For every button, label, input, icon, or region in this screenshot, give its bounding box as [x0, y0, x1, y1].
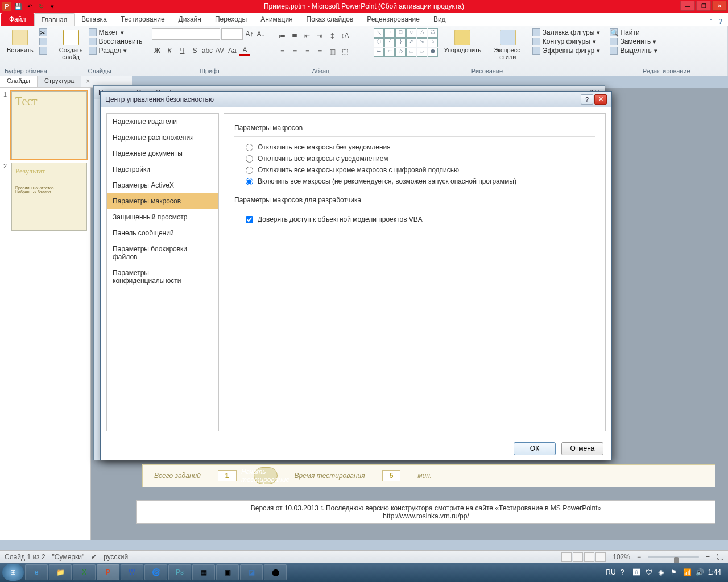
thumbnail-2[interactable]: 2 Результат Правильных ответов Набранных…	[3, 163, 87, 231]
thumbnail-1[interactable]: 1 Тест	[3, 91, 87, 159]
justify-icon[interactable]: ≡	[315, 47, 325, 57]
shapes-gallery[interactable]: ＼→□○△⬠ ⬡{}↗↘☆ ⬰⬳◇▭▱⬟	[374, 28, 438, 57]
shrink-font-icon[interactable]: A↓	[255, 29, 266, 39]
nav-addins[interactable]: Надстройки	[107, 161, 218, 177]
start-test-button[interactable]: Начать тестирование	[254, 467, 278, 484]
tab-home[interactable]: Главная	[34, 13, 75, 26]
checkbox-trust-vba[interactable]: Доверять доступ к объектной модели проек…	[234, 214, 595, 225]
shadow-icon[interactable]: S	[189, 45, 200, 56]
nav-privacy[interactable]: Параметры конфиденциальности	[107, 265, 218, 289]
cut-icon[interactable]: ✂	[39, 28, 47, 36]
italic-icon[interactable]: К	[164, 45, 175, 56]
close-button[interactable]: ✕	[712, 1, 727, 11]
nav-protected-view[interactable]: Защищенный просмотр	[107, 209, 218, 225]
copy-icon[interactable]	[39, 38, 47, 45]
paste-button[interactable]: Вставить	[5, 28, 36, 55]
new-slide-button[interactable]: Создать слайд	[57, 28, 85, 61]
nav-file-block[interactable]: Параметры блокировки файлов	[107, 241, 218, 265]
help-icon[interactable]: ?	[718, 18, 722, 26]
tray-acrobat-icon[interactable]: 🅰	[633, 568, 641, 576]
nav-activex[interactable]: Параметры ActiveX	[107, 177, 218, 193]
tab-view[interactable]: Вид	[427, 13, 453, 26]
task-excel[interactable]: X	[73, 564, 96, 580]
tray-help-icon[interactable]: ?	[621, 568, 628, 576]
numbering-icon[interactable]: ≣	[289, 31, 300, 41]
shape-outline-button[interactable]: Контур фигуры ▾	[532, 38, 601, 45]
task-app1[interactable]: 🌀	[144, 564, 167, 580]
spellcheck-icon[interactable]: ✔	[91, 553, 97, 561]
bold-icon[interactable]: Ж	[152, 45, 162, 56]
tray-flag-icon[interactable]: ⚑	[671, 568, 679, 576]
line-spacing-icon[interactable]: ‡	[327, 31, 337, 41]
section-button[interactable]: Раздел ▾	[89, 47, 143, 55]
font-size-select[interactable]	[221, 28, 243, 40]
nav-trusted-documents[interactable]: Надежные документы	[107, 146, 218, 161]
font-color-icon[interactable]: A	[239, 45, 250, 56]
zoom-slider[interactable]	[648, 556, 699, 558]
qat-dropdown-icon[interactable]: ▾	[48, 2, 57, 11]
task-photoshop[interactable]: Ps	[168, 564, 191, 580]
dialog-close-button[interactable]: ✕	[594, 94, 607, 105]
zoom-out-icon[interactable]: −	[637, 553, 641, 561]
nav-trusted-locations[interactable]: Надежные расположения	[107, 130, 218, 146]
tray-network-icon[interactable]: 📶	[683, 568, 691, 576]
shape-fill-button[interactable]: Заливка фигуры ▾	[532, 28, 601, 36]
tray-clock[interactable]: 1:44	[708, 568, 721, 576]
format-painter-icon[interactable]	[39, 47, 47, 55]
nav-trusted-publishers[interactable]: Надежные издатели	[107, 114, 218, 130]
ribbon-minimize-icon[interactable]: ⌃	[708, 18, 714, 26]
task-word[interactable]: W	[121, 564, 143, 580]
radio-enable-all[interactable]: Включить все макросы (не рекомендуется, …	[234, 176, 595, 187]
case-icon[interactable]: Aa	[227, 45, 237, 56]
font-name-select[interactable]	[152, 28, 220, 40]
cancel-button[interactable]: Отмена	[561, 442, 603, 455]
redo-icon[interactable]: ↻	[36, 2, 46, 11]
maximize-button[interactable]: ❐	[696, 1, 711, 11]
panel-close-icon[interactable]: ×	[81, 76, 94, 87]
view-normal-icon[interactable]	[561, 552, 572, 562]
minimize-button[interactable]: —	[680, 1, 695, 11]
tray-shield-icon[interactable]: 🛡	[646, 568, 653, 576]
spacing-icon[interactable]: AV	[214, 45, 225, 56]
task-app4[interactable]: ◪	[240, 564, 263, 580]
indent-dec-icon[interactable]: ⇤	[302, 31, 312, 41]
nav-macro-settings[interactable]: Параметры макросов	[107, 193, 218, 209]
underline-icon[interactable]: Ч	[177, 45, 187, 56]
task-app2[interactable]: ▦	[192, 564, 215, 580]
tab-review[interactable]: Рецензирование	[360, 13, 427, 26]
zoom-in-icon[interactable]: +	[706, 553, 710, 561]
reset-button[interactable]: Восстановить	[89, 38, 143, 45]
smartart-icon[interactable]: ⬚	[340, 47, 350, 57]
layout-button[interactable]: Макет ▾	[89, 28, 143, 36]
view-reading-icon[interactable]	[584, 552, 594, 562]
view-sorter-icon[interactable]	[573, 552, 583, 562]
task-app3[interactable]: ▣	[216, 564, 239, 580]
shape-effects-button[interactable]: Эффекты фигур ▾	[532, 47, 601, 55]
undo-icon[interactable]: ↶	[25, 2, 34, 11]
save-icon[interactable]: 💾	[14, 2, 23, 11]
strike-icon[interactable]: abc	[202, 45, 212, 56]
radio-disable-no-notify[interactable]: Отключить все макросы без уведомления	[234, 142, 595, 153]
align-right-icon[interactable]: ≡	[302, 47, 312, 57]
columns-icon[interactable]: ▥	[327, 47, 337, 57]
text-direction-icon[interactable]: ↕A	[340, 31, 350, 41]
task-app5[interactable]: ⬤	[264, 564, 287, 580]
ok-button[interactable]: ОК	[514, 442, 556, 455]
quick-styles-button[interactable]: Экспресс-стили	[487, 28, 529, 61]
file-tab[interactable]: Файл	[1, 13, 34, 26]
select-button[interactable]: Выделить ▾	[610, 47, 657, 55]
tray-volume-icon[interactable]: 🔊	[696, 568, 704, 576]
arrange-button[interactable]: Упорядочить	[441, 28, 483, 55]
grow-font-icon[interactable]: A↑	[244, 29, 254, 39]
tab-transitions[interactable]: Переходы	[208, 13, 254, 26]
tab-testing[interactable]: Тестирование	[114, 13, 172, 26]
tab-animation[interactable]: Анимация	[254, 13, 299, 26]
radio-disable-notify[interactable]: Отключить все макросы с уведомлением	[234, 153, 595, 164]
align-center-icon[interactable]: ≡	[289, 47, 300, 57]
align-left-icon[interactable]: ≡	[277, 47, 287, 57]
tab-insert[interactable]: Вставка	[75, 13, 114, 26]
task-powerpoint[interactable]: P	[97, 564, 119, 580]
view-slideshow-icon[interactable]	[595, 552, 606, 562]
fit-window-icon[interactable]: ⛶	[717, 553, 723, 561]
task-ie[interactable]: e	[25, 564, 48, 580]
